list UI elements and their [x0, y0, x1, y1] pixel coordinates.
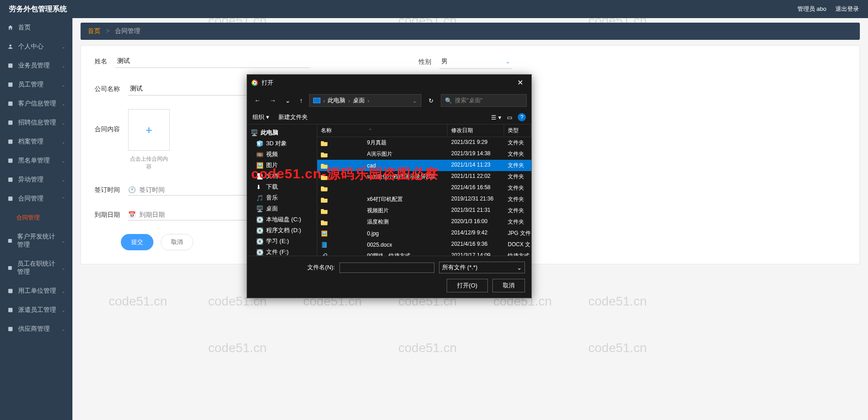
recent-dropdown[interactable]: ⌄: [282, 96, 293, 105]
file-row-0[interactable]: 9月真题2021/3/21 9:29文件夹: [317, 137, 531, 148]
cancel-button[interactable]: 取消: [161, 234, 193, 250]
col-name[interactable]: 名称: [321, 127, 332, 134]
file-row-2[interactable]: cad2021/1/14 11:23文件夹: [317, 160, 531, 171]
file-row-6[interactable]: 视频图片2021/3/21 21:31文件夹: [317, 205, 531, 216]
search-box[interactable]: 🔍 搜索"桌面": [441, 94, 527, 107]
close-icon[interactable]: ✕: [514, 77, 527, 88]
dialog-cancel-button[interactable]: 取消: [492, 279, 525, 292]
tree-item-9[interactable]: 💽程序文档 (D:): [247, 225, 317, 236]
sidebar-item-5[interactable]: 招聘信息管理⌄: [0, 113, 72, 132]
sidebar-item-11[interactable]: 员工在职统计管理⌄: [0, 254, 72, 282]
path-pc[interactable]: 此电脑: [328, 96, 345, 105]
upload-hint: 点击上传合同内容: [128, 155, 170, 171]
svg-point-0: [10, 44, 12, 47]
file-date: 2021/4/16 9:36: [448, 240, 504, 249]
file-row-4[interactable]: 2021/4/16 16:58文件夹: [317, 182, 531, 194]
tree-item-6[interactable]: 🎵音乐: [247, 192, 317, 203]
sign-label: 签订时间: [95, 186, 120, 194]
up-button[interactable]: ↑: [297, 96, 305, 105]
sidebar-item-2[interactable]: 业务员管理⌄: [0, 56, 72, 75]
sidebar-item-4[interactable]: 客户信息管理⌄: [0, 94, 72, 113]
gender-select[interactable]: 男 ⌄: [439, 55, 512, 69]
svg-rect-11: [8, 289, 12, 293]
sidebar-item-7[interactable]: 黑名单管理⌄: [0, 151, 72, 170]
sidebar-item-1[interactable]: 个人中心⌄: [0, 37, 72, 56]
home-icon: [7, 24, 14, 31]
blacklist-icon: [7, 158, 14, 164]
organize-menu[interactable]: 组织 ▾: [253, 113, 269, 121]
breadcrumb-home[interactable]: 首页: [88, 27, 100, 34]
video-icon: 🎞️: [256, 151, 262, 158]
help-icon[interactable]: ?: [518, 113, 526, 121]
svg-rect-10: [8, 266, 12, 270]
tree-item-2[interactable]: 🎞️视频: [247, 149, 317, 160]
path-bar[interactable]: › 此电脑 › 桌面 › ⌄: [309, 94, 421, 107]
col-date[interactable]: 修改日期: [448, 124, 504, 137]
chevron-down-icon: ⌄: [506, 58, 510, 65]
tree-item-10[interactable]: 💽学习 (E:): [247, 236, 317, 247]
sort-indicator: ⌃: [368, 128, 372, 134]
file-name: 9月真题: [367, 139, 386, 147]
chevron-down-icon: ⌄: [62, 44, 65, 49]
tree-item-5[interactable]: ⬇下载: [247, 181, 317, 192]
new-folder-button[interactable]: 新建文件夹: [278, 113, 308, 121]
sidebar-item-6[interactable]: 档案管理⌄: [0, 132, 72, 151]
path-dropdown-icon[interactable]: ⌄: [412, 97, 417, 104]
gender-label: 性别: [419, 58, 431, 66]
search-icon: 🔍: [445, 97, 452, 104]
tree-item-7[interactable]: 🖥️桌面: [247, 203, 317, 214]
plane-icon: [7, 81, 14, 88]
preview-pane-button[interactable]: ▭: [507, 114, 512, 121]
tree-item-11[interactable]: 💽文件 (F:): [247, 247, 317, 256]
sidebar-item-0[interactable]: 首页: [0, 18, 72, 37]
file-type: 文件夹: [504, 161, 531, 170]
file-row-5[interactable]: x64打印机配置2019/12/31 21:36文件夹: [317, 194, 531, 205]
file-row-9[interactable]: 📘0025.docx2021/4/16 9:36DOCX 文: [317, 239, 531, 250]
admin-user[interactable]: 管理员 abo: [797, 5, 826, 13]
upload-box[interactable]: +: [128, 109, 170, 151]
dialog-title: 打开: [262, 79, 273, 87]
svg-rect-8: [8, 196, 12, 200]
logout-link[interactable]: 退出登录: [835, 5, 859, 13]
gender-value: 男: [441, 57, 448, 66]
refresh-button[interactable]: ↻: [425, 95, 437, 106]
open-button[interactable]: 打开(O): [447, 279, 488, 292]
back-button[interactable]: ←: [252, 96, 263, 105]
forward-button[interactable]: →: [267, 96, 279, 105]
file-row-7[interactable]: 温度检测2020/1/3 16:00文件夹: [317, 216, 531, 228]
submenu-contract[interactable]: 合同管理: [0, 208, 72, 227]
file-row-8[interactable]: 🖼️0.jpg2014/12/9 9:42JPG 文件: [317, 228, 531, 239]
sidebar-item-12[interactable]: 用工单位管理⌄: [0, 282, 72, 301]
tree-item-1[interactable]: 🧊3D 对象: [247, 138, 317, 149]
path-desktop[interactable]: 桌面: [353, 96, 365, 105]
sidebar-item-14[interactable]: 供应商管理⌄: [0, 320, 72, 339]
filename-label: 文件名(N):: [307, 263, 335, 272]
breadcrumb-sep: >: [106, 27, 110, 34]
file-type: 文件夹: [504, 149, 531, 159]
dialog-footer: 文件名(N): 所有文件 (*.*)⌄ 打开(O) 取消: [247, 256, 531, 298]
sidebar-item-9[interactable]: 合同管理⌃: [0, 189, 72, 208]
view-mode-button[interactable]: ☰ ▾: [491, 114, 501, 121]
file-name: ssm微信小程序演示录屏202: [367, 173, 435, 181]
col-type[interactable]: 类型: [504, 124, 531, 137]
plus-icon: +: [145, 123, 152, 137]
file-row-1[interactable]: A演示图片2021/3/19 14:38文件夹: [317, 148, 531, 160]
submit-button[interactable]: 提交: [121, 234, 153, 250]
file-row-10[interactable]: 🔗90网络 - 快捷方式2021/3/17 14:09快捷方式: [317, 250, 531, 256]
sidebar-item-label: 黑名单管理: [18, 157, 50, 165]
file-name: 0.jpg: [367, 230, 379, 237]
sidebar-item-label: 档案管理: [18, 138, 43, 146]
tree-item-8[interactable]: 💽本地磁盘 (C:): [247, 214, 317, 225]
filename-input[interactable]: [339, 262, 434, 273]
name-input[interactable]: [115, 55, 310, 68]
sidebar-item-8[interactable]: 异动管理⌄: [0, 170, 72, 189]
tree-item-4[interactable]: 📄文档: [247, 171, 317, 181]
sidebar-item-13[interactable]: 派遣员工管理⌄: [0, 301, 72, 320]
tree-item-0[interactable]: 🖥️此电脑: [247, 127, 317, 138]
sidebar-item-3[interactable]: 员工管理⌄: [0, 75, 72, 94]
tree-item-3[interactable]: 🖼️图片: [247, 160, 317, 171]
file-row-3[interactable]: ssm微信小程序演示录屏2022021/1/11 22:02文件夹: [317, 171, 531, 182]
sidebar-item-10[interactable]: 客户开发统计管理⌄: [0, 227, 72, 254]
file-type-filter[interactable]: 所有文件 (*.*)⌄: [439, 262, 525, 273]
disk-icon: 💽: [256, 238, 262, 244]
